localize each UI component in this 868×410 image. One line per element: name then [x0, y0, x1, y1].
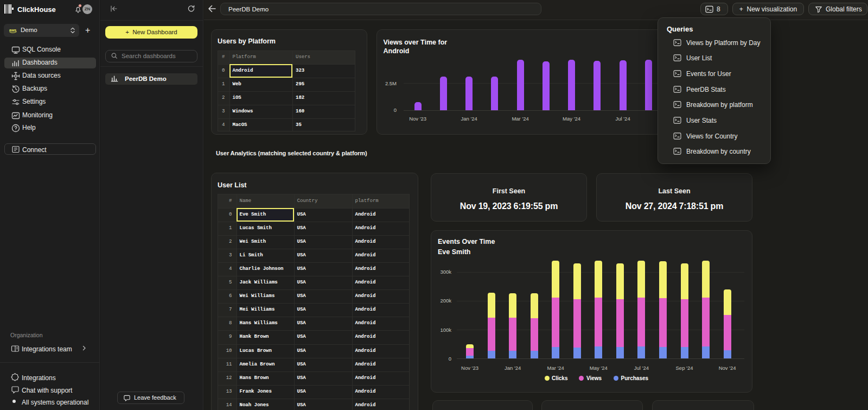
svg-text:aws: aws — [9, 28, 16, 31]
